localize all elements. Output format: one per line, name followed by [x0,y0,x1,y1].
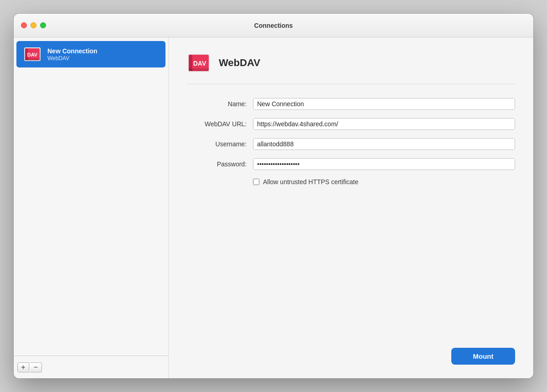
panel-title: WebDAV [219,57,260,69]
main-window: Connections [14,14,533,378]
password-label: Password: [187,160,253,168]
password-input[interactable] [253,158,515,170]
username-label: Username: [187,140,253,148]
close-button[interactable] [21,22,27,28]
sidebar: DAV New Connection [14,37,169,378]
sidebar-footer: + − [14,356,168,378]
name-input[interactable] [253,98,515,110]
svg-rect-10 [189,68,209,71]
maximize-button[interactable] [40,22,46,28]
sidebar-list: DAV New Connection [14,37,168,356]
minimize-button[interactable] [31,22,36,28]
mount-button[interactable]: Mount [451,348,515,365]
sidebar-item-title: New Connection [47,47,98,55]
name-row: Name: [187,98,515,110]
https-cert-label: Allow untrusted HTTPS certificate [263,178,358,186]
panel-footer: Mount [187,339,515,365]
password-row: Password: [187,158,515,170]
remove-connection-button[interactable]: − [30,362,42,372]
webdav-url-input[interactable] [253,118,515,130]
sidebar-item-text: New Connection WebDAV [47,47,98,62]
https-cert-checkbox[interactable] [253,179,259,185]
webdav-url-row: WebDAV URL: [187,118,515,130]
username-row: Username: [187,138,515,150]
form-section: Name: WebDAV URL: Username: Password: [187,98,515,339]
window-title: Connections [254,22,293,29]
svg-rect-5 [25,58,40,60]
sidebar-item-new-connection[interactable]: DAV New Connection [16,41,165,67]
username-input[interactable] [253,138,515,150]
svg-text:DAV: DAV [27,52,38,57]
content-area: DAV New Connection [14,37,533,378]
main-panel: DAV WebDAV Name: WebDAV URL: [169,37,533,378]
traffic-lights [21,22,46,28]
webdav-icon: DAV [23,45,42,64]
titlebar: Connections [14,14,533,37]
add-connection-button[interactable]: + [17,362,29,372]
svg-text:DAV: DAV [193,60,206,67]
https-cert-row: Allow untrusted HTTPS certificate [253,178,515,186]
webdav-url-label: WebDAV URL: [187,120,253,128]
panel-header: DAV WebDAV [187,51,515,84]
name-label: Name: [187,100,253,108]
panel-header-icon: DAV [187,51,211,75]
sidebar-item-subtitle: WebDAV [47,55,98,62]
